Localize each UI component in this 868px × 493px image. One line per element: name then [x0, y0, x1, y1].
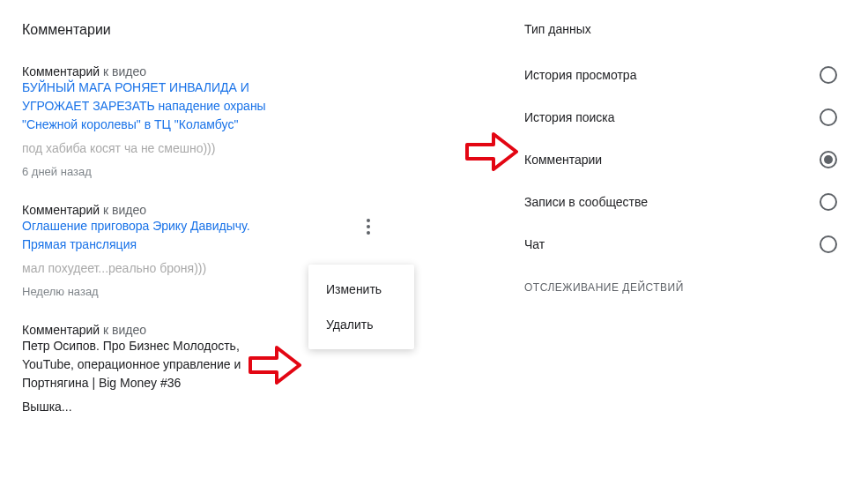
radio-label: История просмотра	[524, 68, 636, 82]
dots-icon	[367, 219, 370, 222]
annotation-arrow-icon	[465, 132, 518, 171]
more-button[interactable]	[358, 212, 379, 242]
data-type-panel: Тип данных История просмотра История пои…	[511, 0, 868, 493]
radio-option-search-history[interactable]: История поиска	[524, 96, 846, 138]
radio-label: История поиска	[524, 110, 615, 124]
video-link[interactable]: Оглашение приговора Эрику Давидычу. Прям…	[22, 217, 286, 254]
radio-label: Записи в сообществе	[524, 195, 648, 209]
comment-label: Комментарий	[22, 64, 100, 78]
comment-body: Вышка...	[22, 398, 286, 416]
radio-label: Чат	[524, 237, 545, 251]
radio-option-community-posts[interactable]: Записи в сообществе	[524, 181, 846, 223]
menu-delete[interactable]: Удалить	[308, 307, 414, 342]
radio-icon	[820, 66, 837, 84]
comment-label: Комментарий	[22, 323, 100, 337]
section-title: Комментарии	[22, 22, 511, 38]
annotation-arrow-icon	[249, 346, 301, 385]
radio-icon	[820, 108, 837, 126]
radio-icon	[820, 151, 837, 168]
comment-item: Комментарий к видео Оглашение приговора …	[22, 203, 511, 298]
tracking-header: ОТСЛЕЖИВАНИЕ ДЕЙСТВИЙ	[524, 265, 846, 303]
comment-body: мал похудеет...реально броня)))	[22, 259, 286, 278]
radio-label: Комментарии	[524, 153, 602, 167]
radio-option-comments[interactable]: Комментарии	[524, 138, 846, 181]
menu-edit[interactable]: Изменить	[308, 272, 414, 307]
video-link[interactable]: БУЙНЫЙ МАГА РОНЯЕТ ИНВАЛИДА И УГРОЖАЕТ З…	[22, 78, 286, 134]
comment-time: Неделю назад	[22, 285, 511, 298]
dots-icon	[367, 225, 370, 228]
radio-icon	[820, 193, 837, 211]
radio-option-watch-history[interactable]: История просмотра	[524, 54, 846, 96]
dots-icon	[367, 231, 370, 235]
video-title[interactable]: Петр Осипов. Про Бизнес Молодость, YouTu…	[22, 337, 286, 392]
comment-time: 6 дней назад	[22, 165, 511, 178]
radio-option-chat[interactable]: Чат	[524, 223, 846, 265]
data-type-title: Тип данных	[524, 22, 846, 36]
comment-item: Комментарий к видео БУЙНЫЙ МАГА РОНЯЕТ И…	[22, 64, 511, 178]
comment-label-suffix: к видео	[100, 64, 146, 78]
context-menu: Изменить Удалить	[308, 265, 414, 349]
comment-label: Комментарий	[22, 203, 100, 217]
comment-body: под хабиба косят ча не смешно)))	[22, 139, 286, 158]
comment-label-suffix: к видео	[100, 323, 146, 337]
radio-icon	[820, 235, 837, 253]
comment-label-suffix: к видео	[100, 203, 146, 217]
comments-panel: Комментарии Комментарий к видео БУЙНЫЙ М…	[0, 0, 511, 493]
